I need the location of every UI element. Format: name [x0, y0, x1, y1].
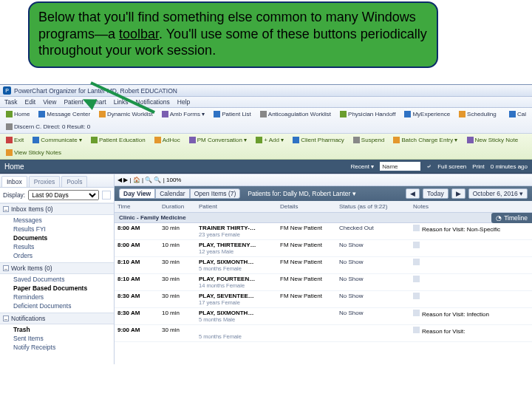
schedule-row[interactable]: 8:00 AM10 minPLAY, THIRTEENY…12 years Ma…: [115, 240, 532, 257]
toolbar-row-1: HomeMessage CenterDynamic WorklistAmb Fo…: [0, 108, 532, 134]
toolbar-suspend[interactable]: Suspend: [350, 135, 388, 145]
fullscreen-button[interactable]: Full screen: [437, 163, 466, 170]
col-status[interactable]: Status (as of 9:22): [336, 201, 410, 212]
recent-dropdown[interactable]: Recent ▾: [351, 163, 375, 170]
home-icon: [6, 111, 13, 117]
patient-icon: [214, 111, 220, 117]
schedule-row[interactable]: 8:30 AM10 minPLAY, SIXMONTH…5 months Mal…: [115, 308, 532, 325]
datenav-october62016[interactable]: October 6, 2016 ▾: [468, 188, 528, 199]
sidebar-item-trash[interactable]: Trash: [13, 326, 112, 333]
datenav-[interactable]: ◀: [406, 188, 420, 199]
section-inbox-items-0-[interactable]: –Inbox Items (0): [0, 203, 114, 215]
note-icon: [413, 259, 420, 265]
display-select[interactable]: Last 90 Days: [28, 190, 99, 200]
sidebar-item-saved-documents[interactable]: Saved Documents: [13, 276, 112, 283]
section-notifications[interactable]: –Notifications: [0, 313, 114, 324]
note-icon: [413, 327, 420, 333]
note-icon: [413, 310, 420, 316]
display-more-button[interactable]: [102, 191, 111, 200]
callout-text-toolbar: toolbar: [119, 27, 159, 41]
sidebar-item-results[interactable]: Results: [13, 243, 112, 250]
menu-edit[interactable]: Edit: [24, 98, 35, 106]
date-nav: ◀Today▶October 6, 2016 ▾: [406, 188, 528, 199]
toolbar-dynamic-worklist[interactable]: Dynamic Worklist: [96, 109, 156, 119]
toolbar-amb-forms[interactable]: Amb Forms ▾: [159, 109, 208, 119]
main-top-icons[interactable]: ◀ ▶ | 🏠 | 🔍 🔍 | 100%: [117, 177, 181, 183]
datenav-today[interactable]: Today: [423, 188, 449, 199]
sidebar-item-reminders[interactable]: Reminders: [13, 293, 112, 301]
name-search-input[interactable]: Name: [380, 162, 420, 171]
toolbar-anticoagulation-worklist[interactable]: Anticoagulation Worklist: [257, 109, 334, 119]
toolbar-message-center[interactable]: Message Center: [35, 109, 93, 119]
patients-for-label[interactable]: Patients for: Dally MD, Robert Lanter ▾: [248, 190, 355, 197]
toolbar-pm-conversation[interactable]: PM Conversation ▾: [186, 135, 250, 145]
timeline-tab[interactable]: Timeline: [491, 213, 532, 223]
menu-view[interactable]: View: [43, 98, 56, 106]
tab-pools[interactable]: Pools: [61, 176, 87, 187]
datenav-[interactable]: ▶: [451, 188, 466, 199]
schedule-row[interactable]: 8:30 AM30 minPLAY, SEVENTEE…17 years Fem…: [115, 291, 532, 308]
menu-help[interactable]: Help: [177, 98, 190, 106]
sidebar-item-results-fyi[interactable]: Results FYI: [13, 225, 112, 233]
toolbar-view-sticky-notes[interactable]: View Sticky Notes: [3, 148, 64, 157]
+-icon: [256, 137, 262, 143]
segment-open-items-7-[interactable]: Open Items (7): [190, 188, 241, 199]
toolbar-add[interactable]: + Add ▾: [253, 135, 287, 145]
toolbar-new-sticky-note[interactable]: New Sticky Note: [464, 135, 522, 145]
collapse-icon: –: [3, 265, 9, 271]
view-icon: [6, 149, 13, 156]
toolbar-client-pharmacy[interactable]: Client Pharmacy: [290, 135, 347, 145]
main-toolbar: ◀ ▶ | 🏠 | 🔍 🔍 | 100%: [115, 174, 532, 186]
toolbar-discern-c-direct-0-result-0[interactable]: Discern C. Direct: 0 Result: 0: [3, 122, 93, 132]
sidebar-item-paper-based-documents[interactable]: Paper Based Documents: [13, 284, 112, 292]
toolbar-communicate[interactable]: Communicate ▾: [30, 135, 85, 145]
schedule-row[interactable]: 8:00 AM30 minTRAINER THIRTY-…23 years Fe…: [115, 223, 532, 240]
schedule-row[interactable]: 8:10 AM30 minPLAY, SIXMONTH…5 months Fem…: [115, 257, 532, 274]
col-notes[interactable]: Notes: [410, 201, 532, 212]
sidebar-item-orders[interactable]: Orders: [13, 252, 112, 259]
tab-proxies[interactable]: Proxies: [29, 176, 60, 187]
collapse-icon: –: [3, 206, 9, 212]
note-icon: [413, 242, 420, 248]
sidebar-item-messages[interactable]: Messages: [13, 216, 112, 224]
scheduling-icon: [459, 111, 466, 117]
sidebar-tabs: InboxProxiesPools: [0, 174, 114, 188]
toolbar-home[interactable]: Home: [3, 109, 33, 119]
adhoc-icon: [154, 137, 161, 143]
toolbar-myexperience[interactable]: MyExperience: [401, 109, 453, 119]
sidebar-item-deficient-documents[interactable]: Deficient Documents: [13, 302, 112, 310]
toolbar-cal[interactable]: Cal: [506, 109, 529, 119]
patient-icon: [91, 137, 98, 143]
sidebar-item-notify-receipts[interactable]: Notify Receipts: [13, 344, 112, 351]
section-work-items-0-[interactable]: –Work Items (0): [0, 262, 114, 274]
col-time[interactable]: Time: [115, 201, 159, 212]
print-button[interactable]: Print: [472, 163, 484, 170]
page-title: Home: [4, 163, 24, 171]
col-duration[interactable]: Duration: [159, 201, 196, 212]
note-icon: [413, 276, 420, 282]
dynamic-icon: [99, 111, 106, 117]
search-go-button[interactable]: ⤶: [426, 163, 432, 170]
col-patient[interactable]: Patient: [196, 201, 277, 212]
menu-task[interactable]: Task: [4, 98, 17, 106]
display-label: Display:: [3, 191, 25, 199]
tab-inbox[interactable]: Inbox: [1, 176, 27, 187]
refresh-time[interactable]: 0 minutes ago: [491, 163, 528, 170]
toolbar-patient-list[interactable]: Patient List: [211, 109, 254, 119]
schedule-row[interactable]: 9:00 AM30 min5 months FemaleReason for V…: [115, 325, 532, 342]
schedule-row[interactable]: 8:10 AM30 minPLAY, FOURTEEN…14 months Fe…: [115, 274, 532, 291]
toolbar-patient-education[interactable]: Patient Education: [88, 135, 149, 145]
sidebar-item-sent-items[interactable]: Sent Items: [13, 335, 112, 342]
segment-calendar[interactable]: Calendar: [155, 188, 190, 199]
toolbar-exit[interactable]: Exit: [3, 135, 27, 145]
page-header: Home Recent ▾ Name ⤶ Full screen Print 0…: [0, 160, 532, 174]
col-details[interactable]: Details: [277, 201, 336, 212]
toolbar-adhoc[interactable]: AdHoc: [151, 135, 183, 145]
pm-icon: [189, 137, 196, 143]
segment-day-view[interactable]: Day View: [119, 188, 155, 199]
toolbar-scheduling[interactable]: Scheduling: [456, 109, 499, 119]
sidebar-item-documents[interactable]: Documents: [13, 234, 112, 242]
toolbar-batch-charge-entry[interactable]: Batch Charge Entry ▾: [390, 135, 460, 145]
instruction-callout: Below that you'll find something else co…: [28, 1, 438, 68]
toolbar-physician-handoff[interactable]: Physician Handoff: [337, 109, 398, 119]
